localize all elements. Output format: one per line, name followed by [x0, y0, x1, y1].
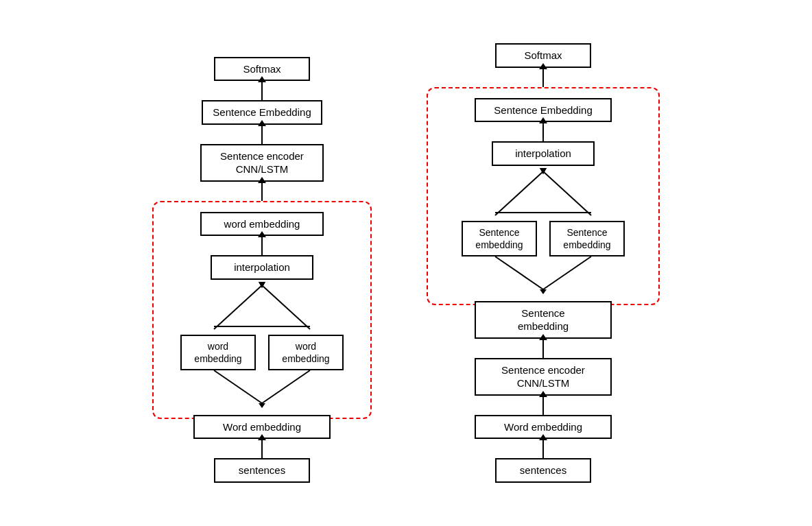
right-arrow-2	[542, 122, 544, 141]
svg-line-0	[214, 285, 262, 329]
svg-line-15	[543, 256, 591, 289]
svg-line-11	[543, 171, 591, 215]
right-interpolation: interpolation	[492, 141, 595, 166]
right-sentence-encoder: Sentence encoderCNN/LSTM	[475, 358, 612, 396]
right-arrow-3	[542, 339, 544, 358]
right-arrow-1	[542, 68, 544, 87]
left-fan-svg	[166, 280, 358, 335]
left-arrow-3	[261, 182, 263, 201]
svg-marker-8	[259, 403, 265, 408]
left-interpolation: interpolation	[211, 255, 313, 280]
left-arrow-1	[261, 81, 263, 100]
left-arrow-4	[261, 236, 263, 255]
svg-line-14	[495, 256, 543, 289]
right-converge-svg	[440, 256, 646, 294]
left-arrow-2	[261, 125, 263, 144]
svg-line-7	[262, 370, 310, 403]
right-sentence-embedding-mid: Sentenceembedding	[475, 301, 612, 339]
right-diagram: Softmax Sentence Embedding interpolation…	[427, 43, 660, 483]
left-sentence-encoder: Sentence encoderCNN/LSTM	[200, 144, 324, 182]
right-sent-emb-left: Sentenceembedding	[462, 221, 537, 256]
right-fan-svg	[440, 166, 646, 221]
right-arrow-5	[542, 439, 544, 458]
left-arrow-5	[261, 439, 263, 458]
svg-marker-16	[540, 289, 547, 294]
svg-line-2	[262, 285, 310, 329]
left-sentences: sentences	[214, 458, 310, 483]
svg-line-9	[495, 171, 543, 215]
left-word-emb-left: wordembedding	[180, 335, 256, 370]
left-diagram: Softmax Sentence Embedding Sentence enco…	[152, 57, 372, 483]
right-dashed-box: Sentence Embedding interpolation Sentenc…	[427, 87, 660, 305]
right-sentences: sentences	[495, 458, 591, 483]
left-dashed-box: word embedding interpolation	[152, 201, 372, 419]
right-arrow-4	[542, 396, 544, 415]
right-two-boxes: Sentenceembedding Sentenceembedding	[462, 221, 625, 256]
left-two-boxes: wordembedding wordembedding	[180, 335, 344, 370]
left-converge-svg	[166, 370, 358, 408]
right-sent-emb-right: Sentenceembedding	[549, 221, 625, 256]
diagrams-container: Softmax Sentence Embedding Sentence enco…	[0, 29, 812, 497]
left-word-emb-right: wordembedding	[268, 335, 344, 370]
svg-line-6	[214, 370, 262, 403]
